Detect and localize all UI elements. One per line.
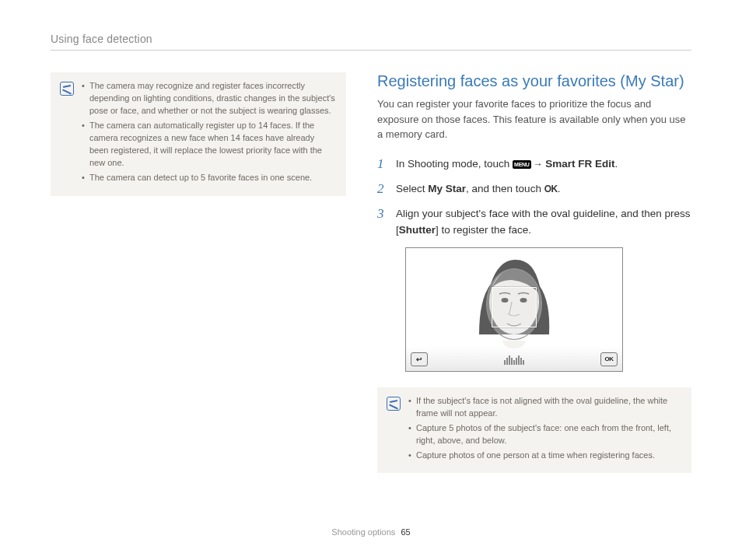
face-register-figure: ↩ OK (405, 247, 623, 372)
note-item: Capture photos of one person at a time w… (408, 450, 681, 462)
step-number: 2 (377, 181, 388, 197)
page-footer: Shooting options 65 (0, 527, 742, 537)
step-1: 1 In Shooting mode, touch MENU → Smart F… (377, 156, 691, 172)
figure-back-button: ↩ (411, 352, 428, 366)
ok-icon: OK (544, 182, 558, 196)
note-list-right: If the subject's face is not aligned wit… (408, 395, 681, 464)
section-title: Registering faces as your favorites (My … (377, 72, 691, 90)
step-bold: Smart FR Edit (545, 158, 614, 170)
note-item: The camera may recognize and register fa… (82, 80, 335, 117)
step-2: 2 Select My Star, and then touch OK. (377, 181, 691, 197)
step-text: . (558, 183, 561, 194)
step-text: Select (396, 183, 428, 194)
step-bold: Shutter (399, 224, 436, 236)
step-3: 3 Align your subject's face with the ova… (377, 206, 691, 238)
page-number: 65 (401, 527, 410, 537)
steps-list: 1 In Shooting mode, touch MENU → Smart F… (377, 156, 691, 238)
menu-icon: MENU (513, 160, 530, 169)
note-box-right: If the subject's face is not aligned wit… (377, 387, 691, 474)
progress-ruler (497, 354, 531, 365)
note-icon (60, 82, 74, 96)
note-icon (387, 397, 401, 411)
breadcrumb: Using face detection (51, 33, 691, 51)
section-intro: You can register your favorite faces to … (377, 96, 691, 142)
note-item: Capture 5 photos of the subject's face: … (408, 422, 681, 447)
note-item: The camera can detect up to 5 favorite f… (82, 172, 335, 184)
note-box-left: The camera may recognize and register fa… (51, 72, 346, 196)
step-number: 3 (377, 206, 388, 238)
step-text: . (614, 158, 618, 170)
note-list-left: The camera may recognize and register fa… (82, 80, 335, 187)
note-item: The camera can automatically register up… (82, 120, 335, 170)
footer-section: Shooting options (331, 527, 395, 537)
step-number: 1 (377, 156, 388, 172)
step-text: , and then touch (466, 183, 544, 194)
step-text: ] to register the face. (436, 224, 531, 236)
note-item: If the subject's face is not aligned wit… (408, 395, 681, 420)
white-frame (492, 287, 537, 327)
figure-ok-button: OK (600, 352, 618, 366)
arrow-icon: → (531, 159, 546, 170)
step-bold: My Star (428, 183, 466, 194)
step-text: In Shooting mode, touch (396, 158, 513, 170)
